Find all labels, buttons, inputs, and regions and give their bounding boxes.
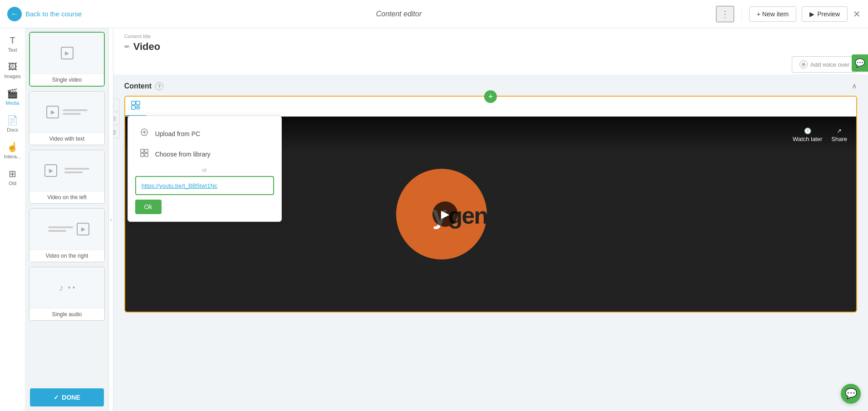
new-item-label: + New item <box>757 10 789 18</box>
video-on-right-label: Video on the right <box>29 250 104 262</box>
brand-generator: generator <box>448 202 549 229</box>
sidebar: T Text 🖼 Images 🎬 Media 📄 Docs ☝ Intera.… <box>0 28 109 411</box>
add-voice-over-button[interactable]: ⊕ Add voice over <box>792 56 857 73</box>
content-block: + <box>124 96 857 313</box>
section-title: Content ? <box>124 82 163 90</box>
main-layout: T Text 🖼 Images 🎬 Media 📄 Docs ☝ Intera.… <box>0 28 868 411</box>
line <box>64 171 83 173</box>
edit-pencil-icon[interactable]: ✏ <box>124 43 130 50</box>
url-input-area <box>135 176 274 195</box>
chat-icon: 💬 <box>845 388 857 400</box>
close-button[interactable]: ✕ <box>853 9 861 20</box>
sidebar-content-area: ▶ Single video ▶ Video with text <box>25 28 108 411</box>
editor-title: Content editor <box>376 10 422 18</box>
video-on-left-item[interactable]: ▶ Video on the left <box>29 150 105 204</box>
media-icon: 🎬 <box>7 88 18 99</box>
content-editor: Content title ✏ Video ⊕ Add voice over C… <box>113 28 868 411</box>
header-actions: ⋮ + New item ▶ Preview ✕ <box>716 6 861 22</box>
upload-popup: Upload from PC Choos <box>128 116 282 222</box>
chevron-up-icon: ∧ <box>852 82 857 90</box>
share-action[interactable]: ↗ Share <box>831 127 847 142</box>
done-button[interactable]: ✓ DONE <box>30 388 104 406</box>
single-video-item[interactable]: ▶ Single video <box>29 32 105 87</box>
sidebar-item-old[interactable]: ⊞ Old <box>0 165 25 190</box>
sidebar-media-label: Media <box>6 100 20 106</box>
url-input[interactable] <box>142 182 268 189</box>
preview-label: Preview <box>817 10 840 18</box>
chat-support-button[interactable]: 💬 <box>841 384 861 404</box>
single-audio-label: Single audio <box>29 308 104 320</box>
section-title-text: Content <box>124 82 152 90</box>
content-list: ▶ Single video ▶ Video with text <box>25 28 108 384</box>
watch-later-label: Watch later <box>793 136 822 142</box>
single-audio-item[interactable]: ♪ • • Single audio <box>29 267 105 321</box>
video-with-text-item[interactable]: ▶ Video with text <box>29 91 105 145</box>
content-title-label: Content title <box>124 34 857 39</box>
new-item-button[interactable]: + New item <box>749 6 796 22</box>
content-title-row: ✏ Video <box>124 41 857 53</box>
svg-rect-2 <box>132 106 135 109</box>
video-on-right-preview: ▶ <box>29 209 104 250</box>
sidebar-item-images[interactable]: 🖼 Images <box>0 58 25 83</box>
watch-later-action[interactable]: 🕐 Watch later <box>793 127 822 142</box>
single-video-label: Single video <box>30 73 104 86</box>
header-divider <box>741 7 742 21</box>
ok-button[interactable]: Ok <box>135 200 162 214</box>
sidebar-item-docs[interactable]: 📄 Docs <box>0 111 25 136</box>
video-with-text-label: Video with text <box>29 132 104 145</box>
add-block-button[interactable]: + <box>484 90 497 103</box>
share-label: Share <box>831 136 847 142</box>
back-button[interactable]: ← Back to the course <box>7 7 82 21</box>
upload-from-pc-option[interactable]: Upload from PC <box>135 123 274 144</box>
play-button[interactable]: ▶ <box>432 201 458 227</box>
video-with-text-preview: ▶ <box>29 92 104 132</box>
back-label: Back to the course <box>25 10 82 18</box>
single-audio-preview: ♪ • • <box>29 267 104 308</box>
audio-icon: ♪ <box>59 283 64 293</box>
interactive-icon: ☝ <box>7 142 18 152</box>
scroll-controls: ↕ ⧉ 🗑 <box>113 97 120 138</box>
clock-icon: 🕐 <box>804 127 811 134</box>
library-icon <box>139 148 150 160</box>
svg-rect-8 <box>141 153 144 157</box>
video-on-right-item[interactable]: ▶ Video on the right <box>29 208 105 262</box>
upload-label: Upload from PC <box>155 130 201 137</box>
content-title-text: Video <box>133 41 161 53</box>
single-video-preview: ▶ <box>30 33 104 73</box>
back-arrow-icon: ← <box>7 7 22 21</box>
scroll-up-button[interactable]: ↕ <box>113 98 120 111</box>
feedback-sidebar[interactable]: 💬 <box>852 54 868 72</box>
sidebar-collapse-button[interactable]: ‹ <box>109 28 113 411</box>
library-label: Choose from library <box>155 151 211 158</box>
choose-from-library-option[interactable]: Choose from library <box>135 144 274 164</box>
collapse-section-button[interactable]: ∧ <box>852 82 857 90</box>
sidebar-images-label: Images <box>4 73 20 79</box>
more-options-button[interactable]: ⋮ <box>716 6 734 22</box>
sidebar-item-media[interactable]: 🎬 Media <box>0 84 25 109</box>
media-settings-button[interactable] <box>125 97 146 116</box>
svg-rect-7 <box>145 149 148 152</box>
content-section: Content ? ∧ + <box>113 74 868 411</box>
sidebar-item-text[interactable]: T Text <box>0 32 25 56</box>
share-icon: ↗ <box>837 127 842 134</box>
images-icon: 🖼 <box>8 62 17 72</box>
copy-button[interactable]: ⧉ <box>113 112 120 125</box>
preview-button[interactable]: ▶ Preview <box>802 6 848 22</box>
delete-button[interactable]: 🗑 <box>113 126 120 138</box>
lines-4 <box>48 226 73 232</box>
docs-icon: 📄 <box>7 115 18 126</box>
play-icon-3: ▶ <box>44 164 57 177</box>
svg-rect-9 <box>145 153 148 157</box>
svg-rect-6 <box>141 149 144 152</box>
popup-or-divider: or <box>135 167 274 173</box>
sidebar-item-interactive[interactable]: ☝ Intera... <box>0 138 25 163</box>
text-icon: T <box>10 35 15 46</box>
done-check-icon: ✓ <box>54 394 59 401</box>
sidebar-text-label: Text <box>8 47 17 53</box>
video-on-left-label: Video on the left <box>29 191 104 203</box>
sidebar-icons: T Text 🖼 Images 🎬 Media 📄 Docs ☝ Intera.… <box>0 28 25 411</box>
feedback-icon: 💬 <box>855 58 865 68</box>
help-icon[interactable]: ? <box>155 82 163 90</box>
sidebar-old-label: Old <box>9 181 16 186</box>
old-icon: ⊞ <box>9 168 16 179</box>
